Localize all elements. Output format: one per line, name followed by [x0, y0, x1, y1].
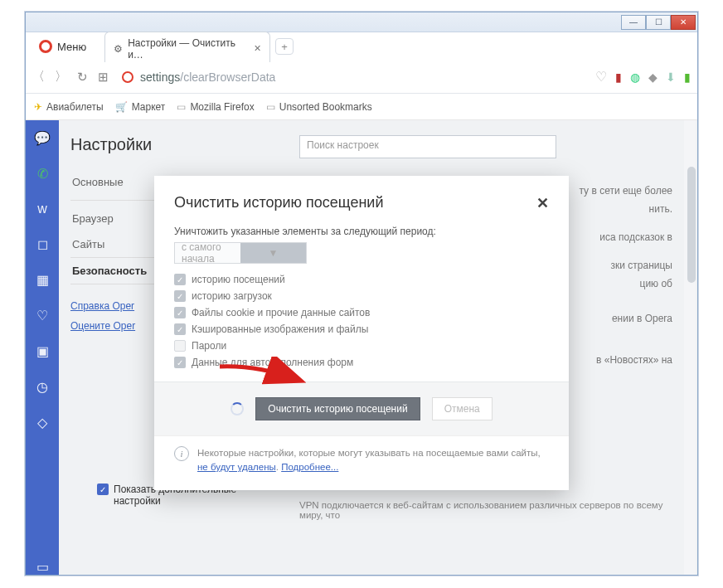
clear-history-button[interactable]: Очистить историю посещений — [255, 397, 420, 420]
bookmark-item[interactable]: ▭Unsorted Bookmarks — [266, 101, 372, 113]
address-bar-row: 〈 〉 ↻ ⊞ settings/clearBrowserData ♡ ▮ ◍ … — [26, 61, 697, 94]
cancel-button[interactable]: Отмена — [432, 397, 493, 420]
info-icon: i — [174, 446, 189, 461]
messengers-sidebar: 💬 ✆ w ◻ ▦ ♡ ▣ ◷ ◇ ▭ — [26, 120, 59, 575]
url-path: /clearBrowserData — [180, 70, 275, 84]
maximize-button[interactable]: ☐ — [646, 15, 671, 30]
nav-back-icon[interactable]: 〈 — [32, 69, 45, 85]
camera-icon[interactable]: ◻ — [37, 236, 48, 252]
dialog-close-button[interactable]: ✕ — [536, 194, 549, 212]
ext-icon-2[interactable]: ◍ — [630, 70, 640, 84]
time-period-select[interactable]: с самого начала ▼ — [174, 242, 307, 264]
reload-icon[interactable]: ↻ — [77, 70, 88, 85]
loading-spinner-icon — [230, 402, 244, 415]
opt-autofill[interactable]: ✓Данные для автозаполнения форм — [174, 357, 549, 368]
download-icon[interactable]: ⬇ — [666, 70, 676, 84]
vk-icon[interactable]: w — [37, 202, 47, 216]
bookmark-item[interactable]: ✈Авиабилеты — [34, 101, 104, 113]
whatsapp-icon[interactable]: ✆ — [37, 166, 48, 182]
opera-menu-button[interactable]: Меню — [31, 36, 95, 56]
opt-download-history[interactable]: ✓историю загрузок — [174, 290, 549, 302]
tab-settings[interactable]: ⚙ Настройки — Очистить и… ✕ — [104, 32, 270, 62]
url-host: settings — [140, 70, 180, 84]
bookmark-item[interactable]: ▭Mozilla Firefox — [177, 101, 254, 113]
clear-history-dialog: Очистить историю посещений ✕ Уничтожить … — [154, 176, 569, 490]
tab-close-icon[interactable]: ✕ — [254, 43, 261, 54]
extension-icons: ▮ ◍ ◆ ⬇ ▮ — [615, 70, 691, 84]
cube-icon[interactable]: ◇ — [37, 415, 47, 430]
time-period-value: с самого начала — [175, 241, 240, 265]
ext-icon-1[interactable]: ▮ — [615, 70, 622, 84]
clock-icon[interactable]: ◷ — [36, 379, 48, 395]
dialog-title: Очистить историю посещений — [174, 194, 383, 211]
opt-cache[interactable]: ✓Кэшированные изображения и файлы — [174, 323, 549, 335]
bookmarks-bar: ✈Авиабилеты 🛒Маркет ▭Mozilla Firefox ▭Un… — [26, 94, 697, 120]
opera-logo-icon — [39, 40, 52, 53]
settings-title: Настройки — [70, 135, 172, 154]
vpn-description: VPN подключается к веб-сайтам с использо… — [299, 500, 672, 520]
footer-link-more[interactable]: Подробнее... — [281, 462, 338, 472]
news-icon[interactable]: ▣ — [36, 343, 49, 359]
dialog-actions: Очистить историю посещений Отмена — [154, 381, 569, 435]
tab-strip: Меню ⚙ Настройки — Очистить и… ✕ + — [26, 32, 697, 61]
window-titlebar: — ☐ ✕ — [26, 12, 697, 32]
chevron-down-icon: ▼ — [240, 243, 306, 263]
speed-dial-icon[interactable]: ⊞ — [98, 70, 109, 85]
apps-icon[interactable]: ▦ — [36, 272, 49, 288]
opt-passwords[interactable]: Пароли — [174, 340, 549, 352]
scrollbar-thumb[interactable] — [687, 167, 696, 283]
nav-forward-icon[interactable]: 〉 — [55, 69, 67, 85]
tab-title: Настройки — Очистить и… — [128, 37, 245, 61]
settings-search-input[interactable]: Поиск настроек — [299, 135, 556, 158]
close-window-button[interactable]: ✕ — [671, 15, 696, 30]
heart-sidebar-icon[interactable]: ♡ — [36, 308, 48, 323]
messenger-icon[interactable]: 💬 — [34, 130, 51, 146]
dialog-footer: i Некоторые настройки, которые могут ука… — [154, 435, 569, 490]
new-tab-button[interactable]: + — [275, 38, 294, 55]
footer-link-notdeleted[interactable]: не будут удалены — [197, 462, 276, 472]
clear-options: ✓историю посещений ✓историю загрузок ✓Фа… — [174, 274, 549, 368]
url-opera-icon — [122, 71, 133, 83]
bookmark-item[interactable]: 🛒Маркет — [115, 101, 166, 113]
opt-cookies[interactable]: ✓Файлы cookie и прочие данные сайтов — [174, 307, 549, 318]
ext-icon-3[interactable]: ◆ — [648, 70, 657, 84]
opt-browsing-history[interactable]: ✓историю посещений — [174, 274, 549, 285]
menu-label: Меню — [57, 41, 86, 53]
more-sidebar-icon[interactable]: ▭ — [36, 559, 49, 575]
dialog-subtitle: Уничтожить указанные элементы за следующ… — [174, 226, 549, 237]
checkbox-on-icon: ✓ — [97, 484, 109, 495]
minimize-button[interactable]: — — [621, 15, 646, 30]
address-bar[interactable]: settings/clearBrowserData — [117, 67, 587, 87]
gear-icon: ⚙ — [114, 43, 123, 55]
heart-icon[interactable]: ♡ — [595, 69, 607, 85]
ext-icon-4[interactable]: ▮ — [684, 70, 691, 84]
